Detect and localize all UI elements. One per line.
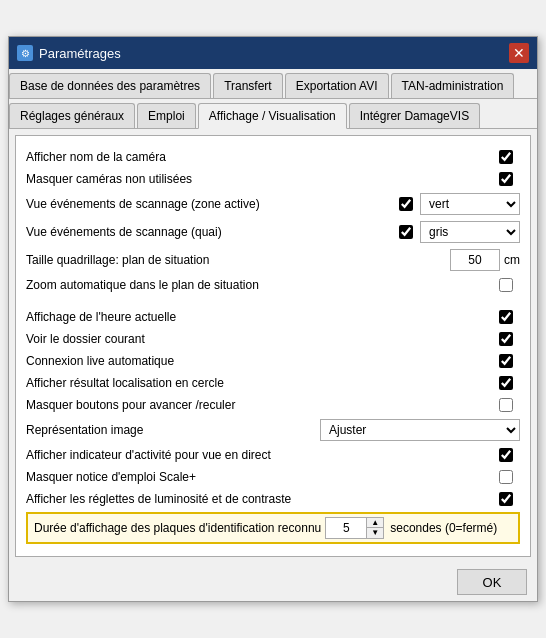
checkbox-wrapper-masquer-notice [496, 470, 516, 484]
tab-integrer-damagevis[interactable]: Intégrer DamageVIS [349, 103, 480, 128]
checkbox-masquer-cameras[interactable] [499, 172, 513, 186]
checkbox-voir-dossier[interactable] [499, 332, 513, 346]
checkbox-wrapper-resultat-localisation [496, 376, 516, 390]
tab-emploi[interactable]: Emploi [137, 103, 196, 128]
checkbox-wrapper-vue-quai [396, 225, 416, 239]
tab-tan-administration[interactable]: TAN-administration [391, 73, 515, 98]
tab-base-donnees[interactable]: Base de données des paramètres [9, 73, 211, 98]
checkbox-wrapper-masquer-cameras [496, 172, 516, 186]
ok-button[interactable]: OK [457, 569, 527, 595]
row-representation-image: Représentation image Ajuster Étirer Orig… [26, 416, 520, 444]
row-voir-dossier: Voir le dossier courant [26, 328, 520, 350]
checkbox-connexion-live[interactable] [499, 354, 513, 368]
spin-down-button[interactable]: ▼ [367, 528, 383, 538]
tabs-row2: Réglages généraux Emploi Affichage / Vis… [9, 99, 537, 129]
label-cm: cm [504, 253, 520, 267]
label-masquer-boutons: Masquer boutons pour avancer /reculer [26, 398, 496, 412]
label-afficher-nom-camera: Afficher nom de la caméra [26, 150, 496, 164]
label-resultat-localisation: Afficher résultat localisation en cercle [26, 376, 496, 390]
checkbox-zoom-auto[interactable] [499, 278, 513, 292]
row-zoom-auto: Zoom automatique dans le plan de situati… [26, 274, 520, 296]
checkbox-vue-zone-active[interactable] [399, 197, 413, 211]
checkbox-wrapper-affichage-heure [496, 310, 516, 324]
label-masquer-notice: Masquer notice d'emploi Scale+ [26, 470, 496, 484]
dropdown-vue-quai[interactable]: gris vert rouge [420, 221, 520, 243]
checkbox-reglettes-luminosite[interactable] [499, 492, 513, 506]
checkbox-affichage-heure[interactable] [499, 310, 513, 324]
row-vue-zone-active: Vue événements de scannage (zone active)… [26, 190, 520, 218]
checkbox-vue-quai[interactable] [399, 225, 413, 239]
checkbox-wrapper-zoom-auto [496, 278, 516, 292]
tab-affichage-visualisation[interactable]: Affichage / Visualisation [198, 103, 347, 129]
checkbox-wrapper-vue-zone-active [396, 197, 416, 211]
row-afficher-nom-camera: Afficher nom de la caméra [26, 146, 520, 168]
main-window: ⚙ Paramétrages ✕ Base de données des par… [8, 36, 538, 602]
title-bar: ⚙ Paramétrages ✕ [9, 37, 537, 69]
label-taille-quadrillage: Taille quadrillage: plan de situation [26, 253, 450, 267]
checkbox-wrapper-masquer-boutons [496, 398, 516, 412]
label-voir-dossier: Voir le dossier courant [26, 332, 496, 346]
tab-exportation-avi[interactable]: Exportation AVI [285, 73, 389, 98]
row-connexion-live: Connexion live automatique [26, 350, 520, 372]
row-masquer-cameras: Masquer caméras non utilisées [26, 168, 520, 190]
input-taille-quadrillage[interactable] [450, 249, 500, 271]
label-vue-quai: Vue événements de scannage (quai) [26, 225, 396, 239]
dropdown-representation-image[interactable]: Ajuster Étirer Original [320, 419, 520, 441]
row-duree-affichage-plaques: Durée d'affichage des plaques d'identifi… [26, 512, 520, 544]
label-affichage-heure: Affichage de l'heure actuelle [26, 310, 496, 324]
label-indicateur-activite: Afficher indicateur d'activité pour vue … [26, 448, 496, 462]
checkbox-wrapper-reglettes-luminosite [496, 492, 516, 506]
label-vue-zone-active: Vue événements de scannage (zone active) [26, 197, 396, 211]
title-bar-icon: ⚙ [17, 45, 33, 61]
content-area: Afficher nom de la caméra Masquer caméra… [15, 135, 531, 557]
label-zoom-auto: Zoom automatique dans le plan de situati… [26, 278, 496, 292]
spacer-1 [26, 296, 520, 306]
row-resultat-localisation: Afficher résultat localisation en cercle [26, 372, 520, 394]
label-duree-affichage-plaques: Durée d'affichage des plaques d'identifi… [34, 521, 321, 535]
checkbox-wrapper-indicateur-activite [496, 448, 516, 462]
tab-reglages-generaux[interactable]: Réglages généraux [9, 103, 135, 128]
row-vue-quai: Vue événements de scannage (quai) gris v… [26, 218, 520, 246]
dropdown-vue-zone-active[interactable]: vert rouge bleu [420, 193, 520, 215]
spin-buttons-duree: ▲ ▼ [366, 518, 383, 538]
row-taille-quadrillage: Taille quadrillage: plan de situation cm [26, 246, 520, 274]
close-button[interactable]: ✕ [509, 43, 529, 63]
input-duree[interactable] [326, 518, 366, 538]
row-indicateur-activite: Afficher indicateur d'activité pour vue … [26, 444, 520, 466]
row-masquer-notice: Masquer notice d'emploi Scale+ [26, 466, 520, 488]
spin-up-button[interactable]: ▲ [367, 518, 383, 528]
checkbox-masquer-notice[interactable] [499, 470, 513, 484]
label-secondes: secondes (0=fermé) [390, 521, 497, 535]
checkbox-resultat-localisation[interactable] [499, 376, 513, 390]
checkbox-masquer-boutons[interactable] [499, 398, 513, 412]
label-representation-image: Représentation image [26, 423, 320, 437]
checkbox-wrapper-voir-dossier [496, 332, 516, 346]
label-connexion-live: Connexion live automatique [26, 354, 496, 368]
checkbox-afficher-nom-camera[interactable] [499, 150, 513, 164]
spinbox-duree: ▲ ▼ [325, 517, 384, 539]
window-title: Paramétrages [39, 46, 509, 61]
footer: OK [9, 563, 537, 601]
row-affichage-heure: Affichage de l'heure actuelle [26, 306, 520, 328]
checkbox-wrapper-connexion-live [496, 354, 516, 368]
tabs-row1: Base de données des paramètres Transfert… [9, 69, 537, 99]
checkbox-indicateur-activite[interactable] [499, 448, 513, 462]
checkbox-wrapper-afficher-nom-camera [496, 150, 516, 164]
tab-transfert[interactable]: Transfert [213, 73, 283, 98]
label-reglettes-luminosite: Afficher les réglettes de luminosité et … [26, 492, 496, 506]
label-masquer-cameras: Masquer caméras non utilisées [26, 172, 496, 186]
row-reglettes-luminosite: Afficher les réglettes de luminosité et … [26, 488, 520, 510]
row-masquer-boutons: Masquer boutons pour avancer /reculer [26, 394, 520, 416]
